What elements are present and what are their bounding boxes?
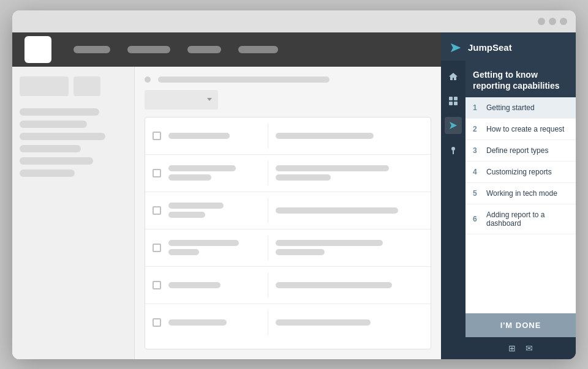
jumpseat-logo-icon bbox=[450, 41, 463, 54]
table-row bbox=[145, 267, 431, 304]
nav-tabs bbox=[74, 46, 278, 53]
cell-bar bbox=[168, 319, 227, 326]
table-col2 bbox=[276, 133, 423, 139]
nav-tab-3[interactable] bbox=[187, 46, 221, 53]
lesson-label-4: Customizing reports bbox=[486, 168, 552, 176]
table-col1 bbox=[168, 165, 260, 181]
table-col2 bbox=[276, 319, 423, 326]
lesson-list: 1 Getting started 2 How to create a requ… bbox=[466, 97, 576, 313]
list-item bbox=[20, 170, 75, 177]
done-button[interactable]: I'M DONE bbox=[466, 313, 576, 337]
left-sidebar bbox=[12, 67, 135, 359]
svg-rect-3 bbox=[449, 102, 453, 105]
table-row bbox=[145, 117, 431, 155]
sidebar-btn-secondary[interactable] bbox=[74, 76, 100, 96]
cell-bar bbox=[276, 133, 374, 139]
lesson-item-6[interactable]: 6 Adding report to a dashboard bbox=[466, 204, 576, 234]
table-col1 bbox=[168, 240, 260, 255]
cell-bar bbox=[276, 249, 325, 255]
lesson-label-6: Adding report to a dashboard bbox=[486, 211, 568, 228]
row-checkbox[interactable] bbox=[153, 206, 161, 215]
list-item bbox=[20, 133, 105, 140]
cell-bar bbox=[168, 165, 236, 171]
col-divider bbox=[268, 273, 268, 297]
row-checkbox[interactable] bbox=[153, 244, 161, 252]
nav-logo bbox=[24, 36, 51, 63]
row-checkbox[interactable] bbox=[153, 318, 161, 327]
col-divider bbox=[268, 124, 268, 148]
chevron-down-icon bbox=[207, 98, 212, 101]
table-row bbox=[145, 229, 431, 267]
lesson-item-1[interactable]: 1 Getting started bbox=[466, 97, 576, 119]
col-divider bbox=[268, 310, 268, 335]
lesson-num-5: 5 bbox=[473, 189, 481, 198]
lesson-label-1: Getting started bbox=[486, 103, 535, 112]
panel-title-area: Getting to know reporting capabilities bbox=[466, 61, 576, 97]
cell-bar bbox=[168, 133, 230, 139]
home-icon-btn[interactable] bbox=[445, 68, 462, 85]
cell-bar bbox=[276, 282, 392, 288]
main-content bbox=[135, 67, 441, 359]
content-header bbox=[145, 76, 431, 83]
play-icon bbox=[448, 121, 458, 130]
list-item bbox=[20, 108, 99, 116]
cell-bar bbox=[276, 319, 371, 326]
table-row bbox=[145, 155, 431, 192]
cell-bar bbox=[276, 165, 389, 171]
lesson-item-4[interactable]: 4 Customizing reports bbox=[466, 162, 576, 183]
cell-bar bbox=[168, 212, 205, 218]
lesson-num-2: 2 bbox=[473, 125, 481, 133]
table-col2 bbox=[276, 240, 423, 255]
panel-footer: ⊞ ✉ bbox=[466, 337, 576, 359]
table-col1 bbox=[168, 282, 260, 288]
col-divider bbox=[268, 236, 268, 260]
svg-marker-5 bbox=[450, 122, 457, 129]
data-table bbox=[145, 117, 431, 349]
main-area bbox=[12, 32, 441, 359]
cell-bar bbox=[276, 240, 383, 246]
jumpseat-brand-label: JumpSeat bbox=[468, 42, 512, 53]
browser-window: JumpSeat bbox=[12, 10, 576, 359]
table-col2 bbox=[276, 165, 423, 181]
table-col2 bbox=[276, 282, 423, 288]
sidebar-list bbox=[20, 108, 127, 177]
lesson-label-5: Working in tech mode bbox=[486, 189, 557, 198]
svg-point-6 bbox=[451, 147, 455, 151]
browser-dot-2 bbox=[549, 18, 556, 25]
lesson-num-4: 4 bbox=[473, 168, 481, 176]
row-checkbox[interactable] bbox=[153, 132, 161, 140]
header-bar bbox=[158, 76, 330, 83]
row-checkbox[interactable] bbox=[153, 169, 161, 177]
nav-tab-4[interactable] bbox=[238, 46, 278, 53]
filter-dropdown[interactable] bbox=[145, 90, 218, 110]
table-col1 bbox=[168, 203, 260, 218]
jumpseat-panel: JumpSeat bbox=[441, 32, 576, 359]
cell-bar bbox=[168, 249, 199, 255]
table-col1 bbox=[168, 319, 260, 326]
list-item bbox=[20, 121, 87, 128]
report-icon-btn[interactable] bbox=[445, 92, 462, 110]
svg-rect-2 bbox=[454, 97, 458, 100]
sidebar-buttons bbox=[20, 76, 127, 96]
grid-icon[interactable]: ⊞ bbox=[508, 343, 516, 353]
icon-strip bbox=[441, 61, 466, 359]
sidebar-btn-primary[interactable] bbox=[20, 76, 69, 96]
nav-tab-2[interactable] bbox=[127, 46, 170, 53]
app-container: JumpSeat bbox=[12, 32, 576, 359]
row-checkbox[interactable] bbox=[153, 281, 161, 289]
header-dot bbox=[145, 76, 151, 83]
lesson-item-3[interactable]: 3 Define report types bbox=[466, 140, 576, 162]
pin-icon bbox=[448, 145, 458, 155]
lesson-item-5[interactable]: 5 Working in tech mode bbox=[466, 183, 576, 204]
home-icon bbox=[448, 72, 458, 81]
cell-bar bbox=[276, 207, 398, 214]
pin-icon-btn[interactable] bbox=[445, 141, 462, 158]
table-col1 bbox=[168, 133, 260, 139]
email-icon[interactable]: ✉ bbox=[526, 343, 533, 353]
lesson-num-3: 3 bbox=[473, 146, 481, 155]
svg-rect-4 bbox=[454, 102, 458, 105]
lesson-item-2[interactable]: 2 How to create a request bbox=[466, 119, 576, 140]
play-icon-btn[interactable] bbox=[445, 117, 462, 134]
list-item bbox=[20, 157, 93, 165]
nav-tab-1[interactable] bbox=[74, 46, 110, 53]
